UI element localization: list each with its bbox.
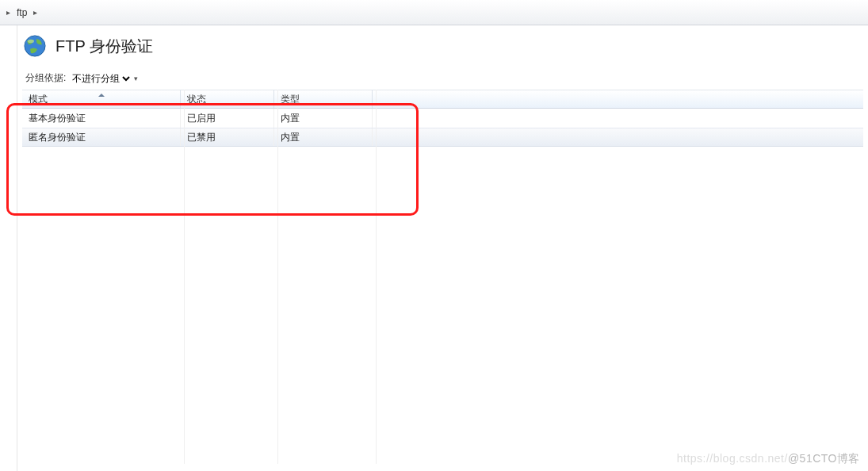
outer-area: FTP 身份验证 分组依据: 不进行分组 ▾ 模式 状态 类型 基本身 [0, 25, 868, 471]
breadcrumb-item[interactable]: ftp [13, 7, 30, 18]
table-row[interactable]: 匿名身份验证 已禁用 内置 [22, 128, 863, 147]
table-row[interactable]: 基本身份验证 已启用 内置 [22, 109, 863, 128]
auth-table: 模式 状态 类型 基本身份验证 已启用 内置 匿名身份验证 已禁用 内置 [22, 90, 863, 147]
globe-icon [22, 33, 48, 59]
breadcrumb-separator-icon: ▸ [6, 8, 10, 17]
table-body: 基本身份验证 已启用 内置 匿名身份验证 已禁用 内置 [22, 109, 863, 147]
column-header-mode[interactable]: 模式 [22, 90, 181, 108]
content-area: 模式 状态 类型 基本身份验证 已启用 内置 匿名身份验证 已禁用 内置 [22, 90, 863, 464]
grouping-select[interactable]: 不进行分组 [69, 72, 132, 85]
cell-type: 内置 [274, 128, 373, 146]
cell-status: 已启用 [181, 109, 274, 128]
cell-type: 内置 [274, 109, 373, 128]
cell-mode: 基本身份验证 [22, 109, 181, 128]
table-header: 模式 状态 类型 [22, 90, 863, 109]
dropdown-indicator-icon: ▾ [134, 75, 138, 82]
title-row: FTP 身份验证 [22, 33, 863, 59]
main-panel: FTP 身份验证 分组依据: 不进行分组 ▾ 模式 状态 类型 基本身 [17, 25, 868, 471]
left-gutter [0, 25, 17, 471]
cell-status: 已禁用 [181, 128, 274, 146]
grouping-label: 分组依据: [25, 71, 66, 85]
breadcrumb-bar: ▸ ftp ▸ [0, 0, 868, 25]
svg-point-2 [28, 40, 34, 43]
breadcrumb-separator-icon: ▸ [33, 8, 37, 17]
page-title: FTP 身份验证 [55, 36, 153, 57]
cell-mode: 匿名身份验证 [22, 128, 181, 146]
column-header-type[interactable]: 类型 [274, 90, 373, 108]
grouping-row: 分组依据: 不进行分组 ▾ [22, 71, 863, 85]
column-header-status[interactable]: 状态 [181, 90, 274, 108]
